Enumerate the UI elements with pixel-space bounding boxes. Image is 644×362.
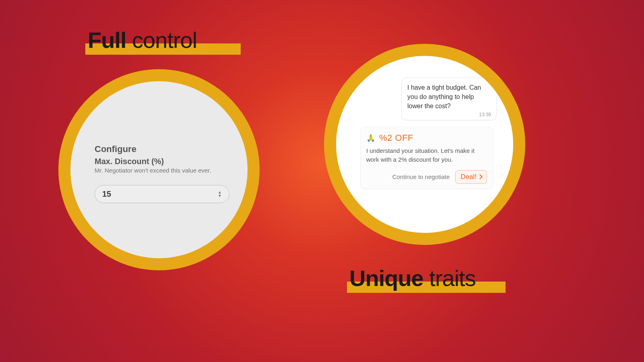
deal-button-label: Deal! — [460, 173, 477, 181]
bot-message-text: I understand your situation. Let's make … — [366, 146, 487, 165]
pray-emoji-icon: 🙏 — [366, 134, 375, 142]
chat-bubble-user: I have a tight budget. Can you do anythi… — [401, 78, 497, 120]
config-section-title: Configure — [95, 144, 223, 154]
heading-light-word: control — [126, 27, 197, 53]
max-discount-help-text: Mr. Negotiator won't exceed this value e… — [95, 167, 223, 174]
deal-button[interactable]: Deal! — [455, 170, 487, 184]
user-message-text: I have a tight budget. Can you do anythi… — [407, 83, 491, 111]
chat-panel-circle: I have a tight budget. Can you do anythi… — [336, 56, 513, 233]
heading-bold-word: Full — [88, 27, 126, 53]
max-discount-stepper[interactable]: 15 ▲▼ — [95, 185, 229, 203]
stepper-arrows-icon[interactable]: ▲▼ — [218, 191, 222, 197]
offer-amount-label: %2 OFF — [379, 133, 413, 143]
chat-bubble-bot: 🙏 %2 OFF I understand your situation. Le… — [360, 127, 493, 189]
heading-light-word: traits — [423, 265, 476, 291]
circle-frame-left: Configure Max. Discount (%) Mr. Negotiat… — [58, 69, 260, 270]
stepper-value: 15 — [102, 189, 111, 199]
bot-action-row: Continue to negotiate Deal! — [366, 170, 487, 184]
circle-frame-right: I have a tight budget. Can you do anythi… — [324, 44, 525, 245]
chat-panel: I have a tight budget. Can you do anythi… — [360, 78, 497, 189]
max-discount-label: Max. Discount (%) — [95, 157, 223, 166]
chevron-right-icon — [477, 174, 483, 179]
config-panel: Configure Max. Discount (%) Mr. Negotiat… — [95, 144, 223, 203]
heading-full-control: Full control — [88, 29, 197, 51]
heading-unique-traits: Unique traits — [349, 267, 476, 290]
heading-bold-word: Unique — [349, 265, 423, 291]
offer-row: 🙏 %2 OFF — [366, 133, 487, 143]
message-timestamp: 13:39 — [407, 112, 491, 117]
continue-negotiate-button[interactable]: Continue to negotiate — [392, 173, 450, 180]
config-panel-circle: Configure Max. Discount (%) Mr. Negotiat… — [70, 81, 248, 258]
